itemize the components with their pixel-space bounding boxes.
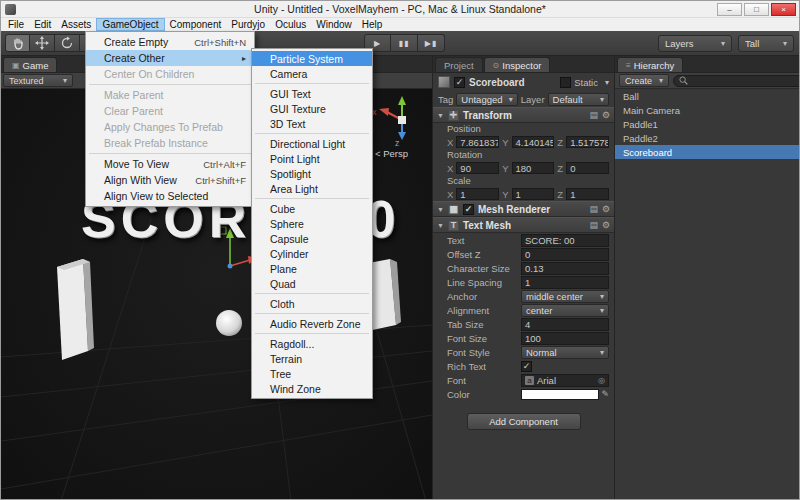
hierarchy-search-input[interactable] (691, 76, 800, 86)
axis-z-label[interactable]: z (395, 138, 400, 148)
rotation-x-field[interactable]: 90 (456, 162, 499, 174)
menu-item-tree[interactable]: Tree (252, 366, 372, 381)
create-dropdown-button[interactable]: Create ▾ (619, 74, 669, 87)
font-style-dropdown[interactable]: Normal ▾ (521, 346, 609, 359)
menu-assets[interactable]: Assets (56, 18, 96, 31)
tab-game[interactable]: ▣ Game (3, 57, 57, 72)
rotation-y-field[interactable]: 180 (512, 162, 555, 174)
menu-item-gui-text[interactable]: GUI Text (252, 86, 372, 101)
tag-dropdown[interactable]: Untagged ▾ (456, 93, 517, 106)
menu-item-make-parent[interactable]: Make Parent (86, 87, 254, 103)
menu-item-quad[interactable]: Quad (252, 276, 372, 291)
hierarchy-search[interactable] (673, 75, 800, 87)
anchor-dropdown[interactable]: middle center ▾ (521, 290, 609, 303)
static-checkbox[interactable] (560, 77, 571, 88)
static-control[interactable]: Static ▾ (560, 77, 609, 88)
font-object-field[interactable]: a Arial ◎ (521, 374, 609, 387)
mesh-renderer-enabled-checkbox[interactable]: ✓ (463, 204, 474, 215)
menu-item-align-view-to-selected[interactable]: Align View to Selected (86, 188, 254, 204)
font-size-field[interactable]: 100 (521, 332, 609, 345)
menu-item-center-on-children[interactable]: Center On Children (86, 66, 254, 82)
reference-book-icon[interactable]: ▤ (589, 220, 598, 230)
minimize-button[interactable]: – (717, 3, 742, 16)
foldout-icon[interactable]: ▼ (437, 222, 444, 229)
gear-icon[interactable]: ⚙ (602, 204, 610, 214)
hierarchy-item-paddle2[interactable]: Paddle2 (615, 131, 800, 145)
menu-item-point-light[interactable]: Point Light (252, 151, 372, 166)
tab-hierarchy[interactable]: ≡ Hierarchy (617, 57, 683, 72)
gear-icon[interactable]: ⚙ (602, 110, 610, 120)
mesh-renderer-component-header[interactable]: ▼ ▦ ✓ Mesh Renderer ▤ ⚙ (433, 201, 614, 217)
menu-item-terrain[interactable]: Terrain (252, 351, 372, 366)
menu-item-capsule[interactable]: Capsule (252, 231, 372, 246)
menu-item-3d-text[interactable]: 3D Text (252, 116, 372, 131)
alignment-dropdown[interactable]: center ▾ (521, 304, 609, 317)
menu-item-wind-zone[interactable]: Wind Zone (252, 381, 372, 396)
menu-item-spotlight[interactable]: Spotlight (252, 166, 372, 181)
tab-project[interactable]: Project (435, 57, 483, 72)
layers-dropdown[interactable]: Layers ▾ (658, 35, 732, 52)
menu-item-cube[interactable]: Cube (252, 201, 372, 216)
transform-component-header[interactable]: ▼ ✛ Transform ▤ ⚙ (433, 107, 614, 123)
rotation-z-field[interactable]: 0 (566, 162, 609, 174)
menu-item-plane[interactable]: Plane (252, 261, 372, 276)
menu-item-particle-system[interactable]: Particle System (252, 51, 372, 66)
text-mesh-component-header[interactable]: ▼ T Text Mesh ▤ ⚙ (433, 217, 614, 233)
render-mode-dropdown[interactable]: Textured ▾ (3, 74, 73, 87)
menu-item-ragdoll[interactable]: Ragdoll... (252, 336, 372, 351)
menu-file[interactable]: File (3, 18, 29, 31)
gear-icon[interactable]: ⚙ (602, 220, 610, 230)
menu-item-gui-texture[interactable]: GUI Texture (252, 101, 372, 116)
move-tool-button[interactable] (30, 34, 55, 52)
layer-dropdown[interactable]: Default ▾ (548, 93, 609, 106)
menu-item-area-light[interactable]: Area Light (252, 181, 372, 196)
menu-item-move-to-view[interactable]: Move To View Ctrl+Alt+F (86, 156, 254, 172)
scale-z-field[interactable]: 1 (566, 188, 609, 200)
menu-gameobject[interactable]: GameObject (96, 18, 164, 31)
menu-item-cloth[interactable]: Cloth (252, 296, 372, 311)
gameobject-name[interactable]: Scoreboard (469, 77, 556, 88)
hierarchy-item-main-camera[interactable]: Main Camera (615, 103, 800, 117)
menu-item-audio-reverb-zone[interactable]: Audio Reverb Zone (252, 316, 372, 331)
menu-item-apply-changes-to-prefab[interactable]: Apply Changes To Prefab (86, 119, 254, 135)
menu-help[interactable]: Help (357, 18, 388, 31)
line-spacing-field[interactable]: 1 (521, 276, 609, 289)
eyedropper-icon[interactable]: ✎ (601, 389, 609, 399)
persp-label[interactable]: < Persp (375, 148, 408, 159)
step-button[interactable]: ▶▮ (418, 34, 445, 52)
offset-z-field[interactable]: 0 (521, 248, 609, 261)
close-button[interactable]: × (771, 3, 796, 16)
menu-item-create-other[interactable]: Create Other ▸ (86, 50, 254, 66)
position-x-field[interactable]: 7.861837 (456, 136, 499, 148)
rotate-tool-button[interactable] (55, 34, 80, 52)
maximize-button[interactable]: □ (744, 3, 769, 16)
layout-dropdown[interactable]: Tall ▾ (738, 35, 794, 52)
hierarchy-item-paddle1[interactable]: Paddle1 (615, 117, 800, 131)
menu-item-break-prefab-instance[interactable]: Break Prefab Instance (86, 135, 254, 151)
menu-item-directional-light[interactable]: Directional Light (252, 136, 372, 151)
menu-item-camera[interactable]: Camera (252, 66, 372, 81)
menu-item-clear-parent[interactable]: Clear Parent (86, 103, 254, 119)
color-swatch[interactable] (521, 389, 599, 400)
menu-component[interactable]: Component (165, 18, 227, 31)
menu-item-cylinder[interactable]: Cylinder (252, 246, 372, 261)
scale-x-field[interactable]: 1 (456, 188, 499, 200)
reference-book-icon[interactable]: ▤ (589, 110, 598, 120)
menu-purdyjo[interactable]: Purdyjo (226, 18, 270, 31)
active-checkbox[interactable]: ✓ (454, 77, 465, 88)
menu-oculus[interactable]: Oculus (270, 18, 311, 31)
position-z-field[interactable]: 1.517578 (566, 136, 609, 148)
foldout-icon[interactable]: ▼ (437, 112, 444, 119)
hand-tool-button[interactable] (5, 34, 30, 52)
position-y-field[interactable]: 4.140145 (512, 136, 555, 148)
object-picker-icon[interactable]: ◎ (598, 376, 605, 385)
hierarchy-item-scoreboard[interactable]: Scoreboard (615, 145, 800, 159)
pause-button[interactable]: ▮▮ (391, 34, 418, 52)
tab-inspector[interactable]: ⊙ Inspector (484, 57, 551, 72)
add-component-button[interactable]: Add Component (467, 413, 581, 430)
menu-item-create-empty[interactable]: Create Empty Ctrl+Shift+N (86, 34, 254, 50)
menu-window[interactable]: Window (311, 18, 357, 31)
text-field[interactable]: SCORE: 00 (521, 234, 609, 247)
menu-item-align-with-view[interactable]: Align With View Ctrl+Shift+F (86, 172, 254, 188)
rich-text-checkbox[interactable]: ✓ (521, 361, 532, 372)
